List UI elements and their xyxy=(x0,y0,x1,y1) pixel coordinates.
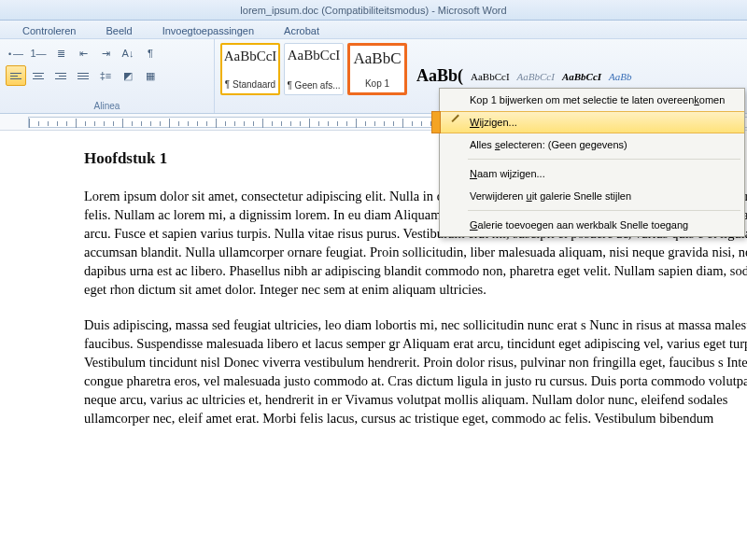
align-center-icon[interactable] xyxy=(28,65,49,86)
style-context-menu: Kop 1 bijwerken om met selectie te laten… xyxy=(439,88,745,237)
styles-gallery: AaBbCcI ¶ Standaard AaBbCcI ¶ Geen afs..… xyxy=(215,39,413,113)
line-spacing-icon[interactable]: ‡≡ xyxy=(95,65,116,86)
align-right-icon[interactable] xyxy=(50,65,71,86)
style-extra-5[interactable]: AaBb xyxy=(609,71,631,82)
menu-add-to-qat[interactable]: Galerie toevoegen aan werkbalk Snelle to… xyxy=(440,214,744,236)
window-title: lorem_ipsum.doc (Compatibiliteitsmodus) … xyxy=(240,5,506,16)
menu-separator xyxy=(468,159,740,160)
menu-rename[interactable]: Naam wijzigen... xyxy=(440,162,744,185)
menu-remove-from-gallery[interactable]: Verwijderen uit galerie Snelle stijlen xyxy=(440,185,744,207)
tab-acrobat[interactable]: Acrobat xyxy=(280,23,323,38)
increase-indent-icon[interactable]: ⇥ xyxy=(95,43,116,63)
bullets-icon[interactable] xyxy=(6,43,26,63)
tab-beeld[interactable]: Beeld xyxy=(102,23,135,38)
style-standaard[interactable]: AaBbCcI ¶ Standaard xyxy=(220,43,280,95)
show-marks-icon[interactable]: ¶ xyxy=(140,43,161,63)
style-extra-1[interactable]: AaBb( xyxy=(416,66,463,86)
style-extra-4[interactable]: AaBbCcI xyxy=(562,71,601,82)
style-extra-3[interactable]: AaBbCcI xyxy=(517,71,555,82)
style-geen-afstand[interactable]: AaBbCcI ¶ Geen afs... xyxy=(284,43,344,95)
style-extra-2[interactable]: AaBbCcI xyxy=(471,71,510,82)
style-kop-1[interactable]: AaBbC Kop 1 xyxy=(347,43,407,95)
group-label-alinea: Alinea xyxy=(6,99,208,111)
window-titlebar: lorem_ipsum.doc (Compatibiliteitsmodus) … xyxy=(0,0,747,21)
borders-icon[interactable]: ▦ xyxy=(140,65,161,86)
menu-wijzigen[interactable]: Wijzigen... xyxy=(440,111,744,133)
tab-invoegtoepassingen[interactable]: Invoegtoepassingen xyxy=(159,23,258,38)
tab-controleren[interactable]: Controleren xyxy=(19,23,79,38)
pencil-icon xyxy=(445,115,462,132)
ribbon-group-alinea: 1— ≣ ⇤ ⇥ A↓ ¶ ‡≡ ◩ ▦ Alinea xyxy=(0,39,215,113)
sort-icon[interactable]: A↓ xyxy=(118,43,138,63)
numbering-icon[interactable]: 1— xyxy=(28,43,49,63)
decrease-indent-icon[interactable]: ⇤ xyxy=(73,43,93,63)
justify-icon[interactable] xyxy=(73,65,93,86)
shading-icon[interactable]: ◩ xyxy=(118,65,138,86)
ribbon-tabs: Controleren Beeld Invoegtoepassingen Acr… xyxy=(0,21,747,39)
menu-separator xyxy=(468,210,740,211)
align-left-icon[interactable] xyxy=(6,65,26,86)
multilevel-list-icon[interactable]: ≣ xyxy=(50,43,71,63)
menu-update-to-match[interactable]: Kop 1 bijwerken om met selectie te laten… xyxy=(440,89,744,111)
menu-select-all[interactable]: Alles selecteren: (Geen gegevens) xyxy=(440,133,744,156)
paragraph-2: Duis adipiscing, massa sed feugiat ultri… xyxy=(84,315,747,427)
